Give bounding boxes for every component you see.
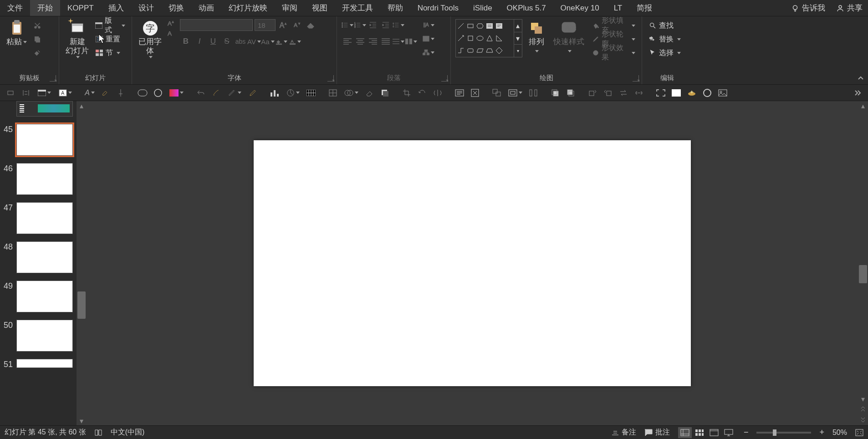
qat-merge-dd[interactable] <box>342 87 361 99</box>
font-size-combo[interactable]: 18 <box>255 19 276 31</box>
canvas-scroll-up[interactable]: ▴ <box>858 101 868 110</box>
qat-brush[interactable] <box>209 87 223 99</box>
thumb-scrollbar[interactable]: ▴ ▾ <box>77 101 87 425</box>
canvas-scroll-handle[interactable] <box>859 265 867 283</box>
canvas-scrollbar[interactable]: ▴ ▾ <box>858 101 868 425</box>
tab-report[interactable]: 简报 <box>629 0 659 16</box>
tab-design[interactable]: 设计 <box>131 0 161 16</box>
language-indicator[interactable]: 中文(中国) <box>111 428 145 437</box>
gallery-down-button[interactable]: ▾ <box>514 32 522 45</box>
clipboard-dialog-launcher[interactable] <box>50 75 56 82</box>
collapse-ribbon-button[interactable] <box>856 74 865 82</box>
increase-font-icon[interactable]: A▲ <box>166 19 174 27</box>
qat-edit[interactable] <box>246 87 260 99</box>
zoom-level[interactable]: 50% <box>832 429 847 437</box>
tab-animations[interactable]: 动画 <box>191 0 221 16</box>
tab-view[interactable]: 视图 <box>305 0 335 16</box>
qat-flip[interactable] <box>431 87 444 99</box>
qat-pin[interactable] <box>114 87 128 99</box>
slideshow-view-button[interactable] <box>722 427 735 438</box>
align-center-button[interactable] <box>354 36 366 47</box>
qat-chart[interactable] <box>268 87 281 99</box>
clear-format-button[interactable] <box>305 19 317 31</box>
next-slide-button[interactable] <box>858 414 868 425</box>
change-case-button[interactable]: Aa <box>262 36 274 47</box>
select-button[interactable]: 选择 <box>647 46 683 59</box>
align-right-button[interactable] <box>367 36 379 47</box>
qat-white[interactable] <box>669 87 683 99</box>
paragraph-dialog-launcher[interactable] <box>441 75 448 82</box>
cut-button[interactable] <box>31 19 43 32</box>
tab-nordri[interactable]: Nordri Tools <box>410 0 466 16</box>
copy-button[interactable] <box>31 33 43 46</box>
layout-button[interactable]: 版式 <box>93 19 127 32</box>
qat-forward[interactable] <box>586 87 599 99</box>
normal-view-button[interactable] <box>678 427 692 438</box>
find-button[interactable]: 查找 <box>647 19 683 32</box>
tab-transitions[interactable]: 切换 <box>161 0 191 16</box>
slide-thumb-51[interactable]: 51 <box>0 357 77 375</box>
qat-image[interactable] <box>716 87 730 99</box>
qat-text-dd[interactable]: A <box>56 87 75 99</box>
sorter-view-button[interactable] <box>693 427 706 438</box>
slide-thumb-45[interactable]: 45 <box>0 122 77 161</box>
underline-button[interactable]: U <box>207 36 219 47</box>
shrink-font-button[interactable]: A▼ <box>291 19 303 31</box>
shape-effects-button[interactable]: 形状效果 <box>590 46 637 59</box>
qat-link[interactable] <box>632 87 646 99</box>
font-name-combo[interactable] <box>180 19 253 31</box>
align-left-button[interactable] <box>342 36 353 47</box>
zoom-out-button[interactable]: − <box>744 428 749 437</box>
zoom-in-button[interactable]: + <box>819 428 824 437</box>
thumb-scroll-up[interactable]: ▴ <box>77 101 87 110</box>
qat-pie-dd[interactable] <box>283 87 302 99</box>
shadow-button[interactable]: abs <box>235 36 246 47</box>
tab-slideshow[interactable]: 幻灯片放映 <box>221 0 275 16</box>
tab-insert[interactable]: 插入 <box>101 0 131 16</box>
qat-shadow[interactable] <box>378 87 392 99</box>
tab-review[interactable]: 审阅 <box>275 0 305 16</box>
distribute-button[interactable] <box>393 36 404 47</box>
slide-thumb-46[interactable]: 46 <box>0 161 77 200</box>
qat-fillcolor[interactable] <box>167 87 186 99</box>
align-text-button[interactable] <box>423 33 434 45</box>
qat-more[interactable] <box>851 87 864 99</box>
qat-backward[interactable] <box>601 87 615 99</box>
smartart-button[interactable] <box>423 46 434 58</box>
thumb-scroll-handle[interactable] <box>77 291 86 319</box>
quick-styles-button[interactable]: Abc 快速样式 <box>551 19 587 56</box>
qat-grid[interactable] <box>326 87 340 99</box>
qat-back[interactable] <box>564 87 577 99</box>
gallery-up-button[interactable]: ▴ <box>514 20 522 32</box>
section-button[interactable]: 节 <box>93 46 127 59</box>
qat-tool-1[interactable] <box>4 87 17 99</box>
line-spacing-button[interactable] <box>393 19 404 31</box>
prev-slide-button[interactable] <box>858 403 868 414</box>
qat-fullscreen[interactable] <box>654 87 668 99</box>
slide-thumb-prev[interactable] <box>0 101 77 122</box>
tab-help[interactable]: 帮助 <box>380 0 410 16</box>
qat-ring[interactable] <box>700 87 714 99</box>
qat-front[interactable] <box>548 87 562 99</box>
tab-home[interactable]: 开始 <box>30 0 60 16</box>
indent-dec-button[interactable] <box>367 19 379 31</box>
slide-thumb-48[interactable]: 48 <box>0 240 77 279</box>
fit-window-button[interactable] <box>855 429 863 436</box>
qat-tool-2[interactable] <box>19 87 33 99</box>
qat-table[interactable] <box>304 87 318 99</box>
qat-textpane[interactable] <box>453 87 466 99</box>
grow-font-button[interactable]: A▲ <box>277 19 289 31</box>
zoom-slider[interactable] <box>756 432 811 434</box>
qat-swap[interactable] <box>617 87 630 99</box>
tab-lt[interactable]: LT <box>607 0 630 16</box>
qat-distribute[interactable] <box>526 87 540 99</box>
qat-undo2[interactable] <box>194 87 208 99</box>
font-color-button[interactable]: A <box>289 36 301 47</box>
used-font-button[interactable]: 字 已用字 体 <box>137 19 163 59</box>
slide-thumb-50[interactable]: 50 <box>0 318 77 357</box>
qat-eraser[interactable] <box>363 87 376 99</box>
qat-font-button[interactable]: A <box>83 87 97 99</box>
zoom-slider-handle[interactable] <box>773 429 776 436</box>
replace-button[interactable]: ab替换 <box>647 33 683 46</box>
qat-magic[interactable] <box>685 87 699 99</box>
